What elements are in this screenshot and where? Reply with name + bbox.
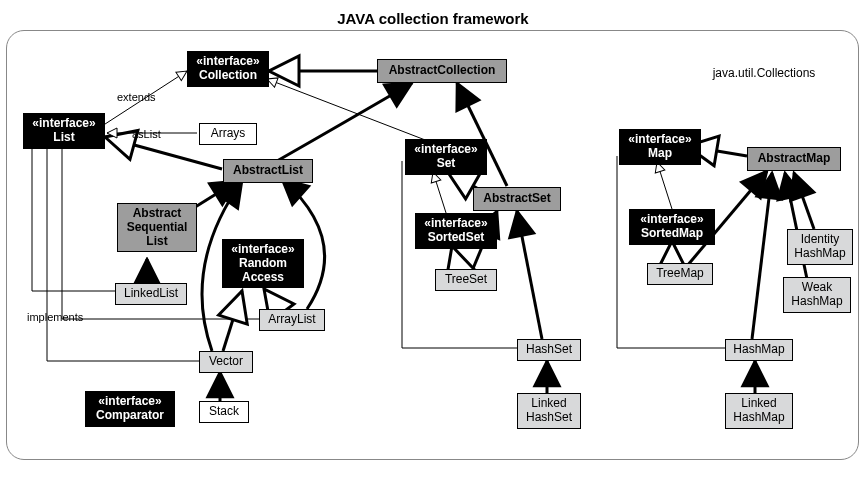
node-vector: Vector [199, 351, 253, 373]
node-weakhashmap: Weak HashMap [783, 277, 851, 313]
node-hashmap: HashMap [725, 339, 793, 361]
label-aslist: asList [132, 128, 161, 140]
node-treeset: TreeSet [435, 269, 497, 291]
node-treemap: TreeMap [647, 263, 713, 285]
node-arraylist: ArrayList [259, 309, 325, 331]
diagram-title: JAVA collection framework [0, 10, 866, 27]
node-linkedhashmap: Linked HashMap [725, 393, 793, 429]
node-list: «interface» List [23, 113, 105, 149]
diagram-frame: JAVA collection framework [0, 0, 866, 500]
node-identityhashmap: Identity HashMap [787, 229, 853, 265]
diagram-panel: extends asList implements «interface» Co… [6, 30, 859, 460]
label-implements: implements [27, 311, 83, 323]
node-arrays: Arrays [199, 123, 257, 145]
node-collection: «interface» Collection [187, 51, 269, 87]
node-comparator: «interface» Comparator [85, 391, 175, 427]
node-abstractseqlist: Abstract Sequential List [117, 203, 197, 252]
node-abstractcollection: AbstractCollection [377, 59, 507, 83]
node-sortedmap: «interface» SortedMap [629, 209, 715, 245]
node-randomaccess: «interface» Random Access [222, 239, 304, 288]
node-abstractlist: AbstractList [223, 159, 313, 183]
node-set: «interface» Set [405, 139, 487, 175]
node-sortedset: «interface» SortedSet [415, 213, 497, 249]
node-map: «interface» Map [619, 129, 701, 165]
node-abstractset: AbstractSet [473, 187, 561, 211]
node-abstractmap: AbstractMap [747, 147, 841, 171]
label-extends: extends [117, 91, 156, 103]
node-stack: Stack [199, 401, 249, 423]
node-linkedlist: LinkedList [115, 283, 187, 305]
node-collections-util: java.util.Collections [699, 63, 829, 85]
node-hashset: HashSet [517, 339, 581, 361]
node-linkedhashset: Linked HashSet [517, 393, 581, 429]
